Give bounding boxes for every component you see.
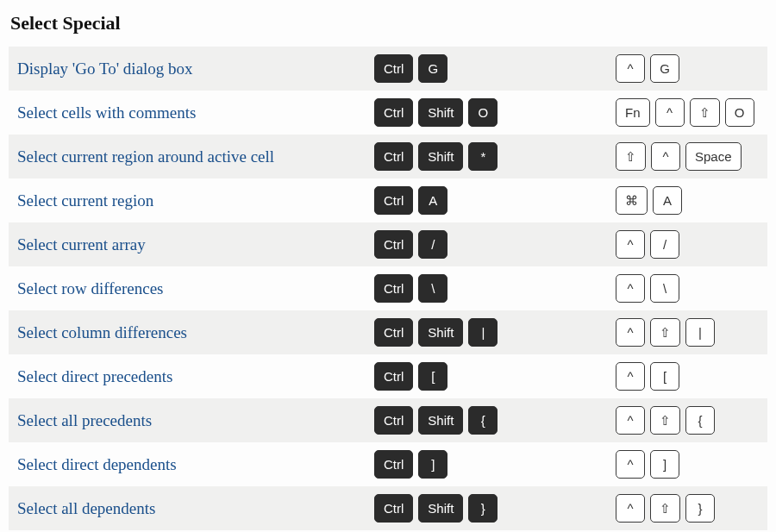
windows-keys: CtrlShift| xyxy=(374,318,616,347)
shortcut-row: Select current regionCtrlA⌘A xyxy=(9,178,767,222)
key-dark: Shift xyxy=(418,406,463,435)
key-dark: Ctrl xyxy=(374,362,413,391)
key-light: ^ xyxy=(616,494,645,523)
key-dark: Ctrl xyxy=(374,230,413,259)
key-light: [ xyxy=(650,362,679,391)
shortcut-row: Select all precedentsCtrlShift{^⇧{ xyxy=(9,398,767,442)
key-light: ^ xyxy=(616,274,645,303)
shortcut-row: Select current arrayCtrl/^/ xyxy=(9,222,767,266)
windows-keys: Ctrl/ xyxy=(374,230,616,259)
key-dark: ] xyxy=(418,450,447,479)
key-dark: A xyxy=(418,186,447,215)
key-dark: Ctrl xyxy=(374,142,413,171)
windows-keys: CtrlA xyxy=(374,186,616,215)
windows-keys: CtrlShift} xyxy=(374,494,616,523)
key-light: \ xyxy=(650,274,679,303)
key-dark: [ xyxy=(418,362,447,391)
windows-keys: Ctrl\ xyxy=(374,274,616,303)
key-light: ^ xyxy=(616,362,645,391)
key-light: Space xyxy=(685,142,742,171)
shortcut-link[interactable]: Select current array xyxy=(17,235,146,253)
mac-keys: ^[ xyxy=(616,362,760,391)
key-light: O xyxy=(725,98,754,127)
key-dark: Ctrl xyxy=(374,494,413,523)
shortcut-link[interactable]: Display 'Go To' dialog box xyxy=(17,59,193,78)
windows-keys: CtrlShift* xyxy=(374,142,616,171)
key-light: ^ xyxy=(616,406,645,435)
shortcut-row: Display 'Go To' dialog boxCtrlG^G xyxy=(9,47,767,91)
mac-keys: ^⇧} xyxy=(616,494,760,523)
key-dark: Shift xyxy=(418,494,463,523)
windows-keys: CtrlShift{ xyxy=(374,406,616,435)
mac-keys: ^] xyxy=(616,450,760,479)
key-dark: Ctrl xyxy=(374,98,413,127)
shortcut-link[interactable]: Select all dependents xyxy=(17,499,155,517)
shortcut-link[interactable]: Select current region around active cell xyxy=(17,147,274,166)
section-title: Select Special xyxy=(10,12,767,34)
key-dark: } xyxy=(468,494,498,523)
key-dark: Ctrl xyxy=(374,450,413,479)
mac-keys: ^\ xyxy=(616,274,760,303)
key-light: / xyxy=(650,230,679,259)
key-dark: Shift xyxy=(418,318,463,347)
mac-keys: ^G xyxy=(616,54,760,83)
shortcut-table: Display 'Go To' dialog boxCtrlG^GSelect … xyxy=(9,47,767,532)
key-light: ⇧ xyxy=(690,98,720,127)
windows-keys: CtrlShiftO xyxy=(374,98,616,127)
mac-keys: ^⇧{ xyxy=(616,406,760,435)
key-dark: Ctrl xyxy=(374,186,413,215)
shortcut-row: Select direct dependentsCtrl]^] xyxy=(9,442,767,486)
shortcut-row: Select all dependentsCtrlShift}^⇧} xyxy=(9,486,767,530)
key-light: | xyxy=(685,318,715,347)
key-dark: * xyxy=(468,142,498,171)
key-light: ^ xyxy=(616,318,645,347)
mac-keys: ^/ xyxy=(616,230,760,259)
key-light: ⇧ xyxy=(650,494,680,523)
mac-keys: ⌘A xyxy=(616,186,760,215)
key-dark: Ctrl xyxy=(374,54,413,83)
shortcut-link[interactable]: Select column differences xyxy=(17,323,187,341)
key-light: ^ xyxy=(616,230,645,259)
key-light: G xyxy=(650,54,679,83)
shortcut-link[interactable]: Select direct dependents xyxy=(17,455,177,473)
shortcut-link[interactable]: Select direct precedents xyxy=(17,367,172,385)
windows-keys: Ctrl[ xyxy=(374,362,616,391)
windows-keys: Ctrl] xyxy=(374,450,616,479)
shortcut-link[interactable]: Select all precedents xyxy=(17,411,152,429)
key-dark: { xyxy=(468,406,498,435)
key-light: } xyxy=(685,494,715,523)
key-dark: Shift xyxy=(418,142,463,171)
key-dark: Shift xyxy=(418,98,463,127)
key-light: ^ xyxy=(616,54,645,83)
key-light: ⇧ xyxy=(616,142,646,171)
mac-keys: ⇧^Space xyxy=(616,142,760,171)
key-light: ⇧ xyxy=(650,406,680,435)
key-dark: | xyxy=(468,318,498,347)
key-light: ^ xyxy=(655,98,685,127)
key-dark: / xyxy=(418,230,447,259)
key-dark: O xyxy=(468,98,498,127)
shortcut-row: Select column differencesCtrlShift|^⇧| xyxy=(9,310,767,354)
key-dark: Ctrl xyxy=(374,274,413,303)
key-light: ^ xyxy=(616,450,645,479)
key-dark: Ctrl xyxy=(374,318,413,347)
key-light: ⌘ xyxy=(616,186,648,215)
shortcut-row: Select current region around active cell… xyxy=(9,135,767,178)
shortcut-link[interactable]: Select current region xyxy=(17,191,153,210)
shortcut-link[interactable]: Select row differences xyxy=(17,279,164,297)
windows-keys: CtrlG xyxy=(374,54,616,83)
shortcut-link[interactable]: Select cells with comments xyxy=(17,103,196,122)
key-light: ^ xyxy=(651,142,680,171)
key-dark: \ xyxy=(418,274,447,303)
key-dark: G xyxy=(418,54,447,83)
mac-keys: Fn^⇧O xyxy=(616,98,760,127)
key-light: ⇧ xyxy=(650,318,680,347)
shortcut-row: Select cells with commentsCtrlShiftOFn^⇧… xyxy=(9,91,767,135)
shortcut-row: Select direct precedentsCtrl[^[ xyxy=(9,354,767,398)
key-light: ] xyxy=(650,450,679,479)
shortcut-row: Select row differencesCtrl\^\ xyxy=(9,266,767,310)
key-light: Fn xyxy=(616,98,650,127)
key-light: A xyxy=(653,186,682,215)
key-dark: Ctrl xyxy=(374,406,413,435)
mac-keys: ^⇧| xyxy=(616,318,760,347)
